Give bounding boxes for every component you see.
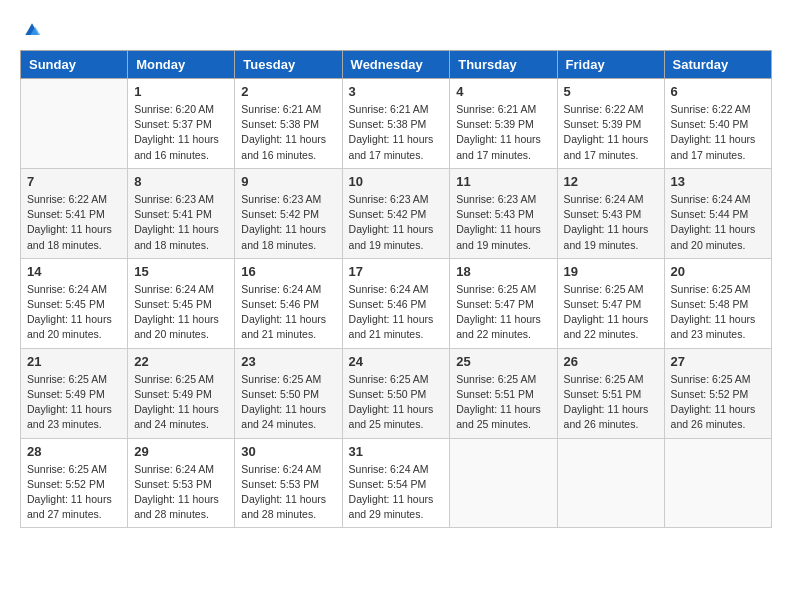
calendar-week-row: 14Sunrise: 6:24 AMSunset: 5:45 PMDayligh… [21, 258, 772, 348]
day-number: 30 [241, 444, 335, 459]
calendar-day-cell [450, 438, 557, 528]
calendar-day-cell: 10Sunrise: 6:23 AMSunset: 5:42 PMDayligh… [342, 168, 450, 258]
calendar-day-cell: 18Sunrise: 6:25 AMSunset: 5:47 PMDayligh… [450, 258, 557, 348]
calendar-day-cell: 16Sunrise: 6:24 AMSunset: 5:46 PMDayligh… [235, 258, 342, 348]
calendar-day-cell: 1Sunrise: 6:20 AMSunset: 5:37 PMDaylight… [128, 79, 235, 169]
header-monday: Monday [128, 51, 235, 79]
calendar-day-cell: 19Sunrise: 6:25 AMSunset: 5:47 PMDayligh… [557, 258, 664, 348]
calendar-day-cell: 20Sunrise: 6:25 AMSunset: 5:48 PMDayligh… [664, 258, 771, 348]
calendar-day-cell: 25Sunrise: 6:25 AMSunset: 5:51 PMDayligh… [450, 348, 557, 438]
day-info: Sunrise: 6:24 AMSunset: 5:45 PMDaylight:… [27, 282, 121, 343]
calendar-day-cell: 31Sunrise: 6:24 AMSunset: 5:54 PMDayligh… [342, 438, 450, 528]
calendar-week-row: 1Sunrise: 6:20 AMSunset: 5:37 PMDaylight… [21, 79, 772, 169]
logo-icon [22, 20, 42, 40]
day-number: 1 [134, 84, 228, 99]
calendar-day-cell: 4Sunrise: 6:21 AMSunset: 5:39 PMDaylight… [450, 79, 557, 169]
calendar-day-cell [557, 438, 664, 528]
calendar-day-cell: 5Sunrise: 6:22 AMSunset: 5:39 PMDaylight… [557, 79, 664, 169]
calendar-day-cell: 29Sunrise: 6:24 AMSunset: 5:53 PMDayligh… [128, 438, 235, 528]
day-info: Sunrise: 6:22 AMSunset: 5:39 PMDaylight:… [564, 102, 658, 163]
day-number: 23 [241, 354, 335, 369]
calendar-day-cell: 27Sunrise: 6:25 AMSunset: 5:52 PMDayligh… [664, 348, 771, 438]
day-number: 9 [241, 174, 335, 189]
day-info: Sunrise: 6:25 AMSunset: 5:51 PMDaylight:… [564, 372, 658, 433]
calendar-day-cell: 30Sunrise: 6:24 AMSunset: 5:53 PMDayligh… [235, 438, 342, 528]
calendar-day-cell [21, 79, 128, 169]
day-info: Sunrise: 6:25 AMSunset: 5:48 PMDaylight:… [671, 282, 765, 343]
calendar-week-row: 7Sunrise: 6:22 AMSunset: 5:41 PMDaylight… [21, 168, 772, 258]
day-number: 28 [27, 444, 121, 459]
day-info: Sunrise: 6:25 AMSunset: 5:52 PMDaylight:… [671, 372, 765, 433]
calendar-day-cell: 15Sunrise: 6:24 AMSunset: 5:45 PMDayligh… [128, 258, 235, 348]
day-info: Sunrise: 6:24 AMSunset: 5:43 PMDaylight:… [564, 192, 658, 253]
day-info: Sunrise: 6:25 AMSunset: 5:49 PMDaylight:… [27, 372, 121, 433]
day-number: 6 [671, 84, 765, 99]
day-info: Sunrise: 6:25 AMSunset: 5:47 PMDaylight:… [564, 282, 658, 343]
day-info: Sunrise: 6:23 AMSunset: 5:42 PMDaylight:… [241, 192, 335, 253]
header-friday: Friday [557, 51, 664, 79]
day-number: 29 [134, 444, 228, 459]
day-info: Sunrise: 6:22 AMSunset: 5:40 PMDaylight:… [671, 102, 765, 163]
header-tuesday: Tuesday [235, 51, 342, 79]
calendar-week-row: 28Sunrise: 6:25 AMSunset: 5:52 PMDayligh… [21, 438, 772, 528]
header-wednesday: Wednesday [342, 51, 450, 79]
day-number: 11 [456, 174, 550, 189]
day-number: 12 [564, 174, 658, 189]
day-info: Sunrise: 6:24 AMSunset: 5:54 PMDaylight:… [349, 462, 444, 523]
day-number: 10 [349, 174, 444, 189]
calendar-day-cell: 12Sunrise: 6:24 AMSunset: 5:43 PMDayligh… [557, 168, 664, 258]
day-number: 3 [349, 84, 444, 99]
calendar-day-cell: 28Sunrise: 6:25 AMSunset: 5:52 PMDayligh… [21, 438, 128, 528]
day-info: Sunrise: 6:21 AMSunset: 5:38 PMDaylight:… [349, 102, 444, 163]
day-number: 20 [671, 264, 765, 279]
header-sunday: Sunday [21, 51, 128, 79]
day-info: Sunrise: 6:24 AMSunset: 5:46 PMDaylight:… [349, 282, 444, 343]
day-info: Sunrise: 6:24 AMSunset: 5:45 PMDaylight:… [134, 282, 228, 343]
calendar-header-row: SundayMondayTuesdayWednesdayThursdayFrid… [21, 51, 772, 79]
day-info: Sunrise: 6:20 AMSunset: 5:37 PMDaylight:… [134, 102, 228, 163]
day-number: 8 [134, 174, 228, 189]
calendar-day-cell [664, 438, 771, 528]
day-number: 31 [349, 444, 444, 459]
calendar-week-row: 21Sunrise: 6:25 AMSunset: 5:49 PMDayligh… [21, 348, 772, 438]
day-info: Sunrise: 6:21 AMSunset: 5:39 PMDaylight:… [456, 102, 550, 163]
day-info: Sunrise: 6:24 AMSunset: 5:44 PMDaylight:… [671, 192, 765, 253]
day-info: Sunrise: 6:25 AMSunset: 5:47 PMDaylight:… [456, 282, 550, 343]
day-info: Sunrise: 6:24 AMSunset: 5:53 PMDaylight:… [241, 462, 335, 523]
day-number: 21 [27, 354, 121, 369]
day-info: Sunrise: 6:24 AMSunset: 5:53 PMDaylight:… [134, 462, 228, 523]
day-info: Sunrise: 6:25 AMSunset: 5:49 PMDaylight:… [134, 372, 228, 433]
calendar-day-cell: 8Sunrise: 6:23 AMSunset: 5:41 PMDaylight… [128, 168, 235, 258]
day-info: Sunrise: 6:24 AMSunset: 5:46 PMDaylight:… [241, 282, 335, 343]
page-header [20, 20, 772, 40]
day-number: 26 [564, 354, 658, 369]
day-info: Sunrise: 6:23 AMSunset: 5:41 PMDaylight:… [134, 192, 228, 253]
calendar-day-cell: 6Sunrise: 6:22 AMSunset: 5:40 PMDaylight… [664, 79, 771, 169]
day-info: Sunrise: 6:23 AMSunset: 5:43 PMDaylight:… [456, 192, 550, 253]
day-number: 2 [241, 84, 335, 99]
calendar-day-cell: 24Sunrise: 6:25 AMSunset: 5:50 PMDayligh… [342, 348, 450, 438]
day-number: 13 [671, 174, 765, 189]
day-number: 15 [134, 264, 228, 279]
header-saturday: Saturday [664, 51, 771, 79]
calendar-day-cell: 26Sunrise: 6:25 AMSunset: 5:51 PMDayligh… [557, 348, 664, 438]
day-number: 18 [456, 264, 550, 279]
day-info: Sunrise: 6:25 AMSunset: 5:51 PMDaylight:… [456, 372, 550, 433]
day-info: Sunrise: 6:21 AMSunset: 5:38 PMDaylight:… [241, 102, 335, 163]
day-info: Sunrise: 6:25 AMSunset: 5:52 PMDaylight:… [27, 462, 121, 523]
calendar-day-cell: 23Sunrise: 6:25 AMSunset: 5:50 PMDayligh… [235, 348, 342, 438]
calendar-day-cell: 14Sunrise: 6:24 AMSunset: 5:45 PMDayligh… [21, 258, 128, 348]
day-number: 7 [27, 174, 121, 189]
calendar-day-cell: 3Sunrise: 6:21 AMSunset: 5:38 PMDaylight… [342, 79, 450, 169]
day-number: 19 [564, 264, 658, 279]
day-number: 22 [134, 354, 228, 369]
day-info: Sunrise: 6:25 AMSunset: 5:50 PMDaylight:… [349, 372, 444, 433]
calendar-day-cell: 13Sunrise: 6:24 AMSunset: 5:44 PMDayligh… [664, 168, 771, 258]
calendar-day-cell: 11Sunrise: 6:23 AMSunset: 5:43 PMDayligh… [450, 168, 557, 258]
day-number: 27 [671, 354, 765, 369]
day-number: 16 [241, 264, 335, 279]
day-info: Sunrise: 6:25 AMSunset: 5:50 PMDaylight:… [241, 372, 335, 433]
day-info: Sunrise: 6:23 AMSunset: 5:42 PMDaylight:… [349, 192, 444, 253]
day-info: Sunrise: 6:22 AMSunset: 5:41 PMDaylight:… [27, 192, 121, 253]
calendar-day-cell: 17Sunrise: 6:24 AMSunset: 5:46 PMDayligh… [342, 258, 450, 348]
